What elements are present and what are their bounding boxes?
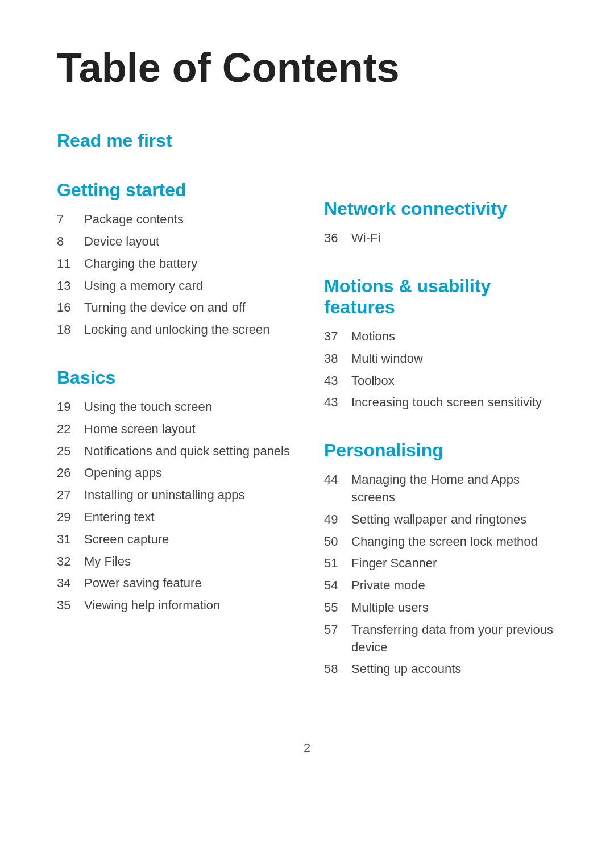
toc-item-text: Increasing touch screen sensitivity [351, 394, 542, 412]
toc-page-number: 54 [324, 577, 351, 595]
toc-item: 27Installing or uninstalling apps [57, 487, 290, 504]
toc-item-text: Charging the battery [84, 255, 197, 273]
toc-page-number: 38 [324, 350, 351, 368]
toc-page-number: 16 [57, 299, 84, 317]
toc-item-text: Turning the device on and off [84, 299, 246, 317]
toc-item-text: Finger Scanner [351, 555, 437, 572]
toc-page-number: 19 [57, 398, 84, 416]
section-title-network-connectivity: Network connectivity [324, 198, 557, 219]
toc-page-number: 13 [57, 277, 84, 295]
toc-item: 34Power saving feature [57, 575, 290, 592]
toc-item-text: Setting wallpaper and ringtones [351, 511, 526, 529]
toc-item: 51Finger Scanner [324, 555, 557, 572]
toc-item-text: Home screen layout [84, 421, 196, 438]
toc-item: 43Increasing touch screen sensitivity [324, 394, 557, 412]
toc-item: 7Package contents [57, 211, 290, 229]
toc-item-text: Viewing help information [84, 597, 220, 614]
toc-item-text: Toolbox [351, 372, 395, 390]
section-motions-usability: Motions & usability features37Motions38M… [324, 276, 557, 412]
toc-list-network-connectivity: 36Wi-Fi [324, 230, 557, 247]
toc-page-number: 29 [57, 509, 84, 526]
toc-item-text: My Files [84, 553, 131, 571]
toc-list-motions-usability: 37Motions38Multi window43Toolbox43Increa… [324, 328, 557, 412]
toc-item: 22Home screen layout [57, 421, 290, 438]
toc-item: 58Setting up accounts [324, 661, 557, 678]
toc-page-number: 49 [324, 511, 351, 529]
toc-page-number: 11 [57, 255, 84, 273]
toc-page-number: 57 [324, 621, 351, 639]
section-getting-started: Getting started7Package contents8Device … [57, 180, 290, 339]
toc-item-text: Using the touch screen [84, 398, 212, 416]
toc-item: 31Screen capture [57, 531, 290, 549]
toc-item-text: Notifications and quick setting panels [84, 443, 290, 460]
toc-item: 26Opening apps [57, 464, 290, 482]
toc-item: 25Notifications and quick setting panels [57, 443, 290, 460]
toc-item: 8Device layout [57, 233, 290, 251]
toc-list-personalising: 44Managing the Home and Apps screens49Se… [324, 471, 557, 678]
toc-item-text: Setting up accounts [351, 661, 461, 678]
toc-item-text: Opening apps [84, 464, 162, 482]
toc-page-number: 51 [324, 555, 351, 572]
toc-item-text: Changing the screen lock method [351, 533, 538, 551]
content-columns: Read me firstGetting started7Package con… [57, 130, 557, 707]
toc-item: 43Toolbox [324, 372, 557, 390]
toc-item-text: Locking and unlocking the screen [84, 321, 270, 339]
toc-page-number: 31 [57, 531, 84, 549]
toc-page-number: 43 [324, 394, 351, 412]
toc-page-number: 55 [324, 599, 351, 617]
toc-page-number: 22 [57, 421, 84, 438]
toc-item-text: Package contents [84, 211, 184, 229]
toc-item-text: Using a memory card [84, 277, 203, 295]
toc-page-number: 43 [324, 372, 351, 390]
toc-item: 11Charging the battery [57, 255, 290, 273]
section-title-motions-usability: Motions & usability features [324, 276, 557, 318]
toc-item: 55Multiple users [324, 599, 557, 617]
section-title-getting-started: Getting started [57, 180, 290, 201]
toc-item-text: Installing or uninstalling apps [84, 487, 245, 504]
toc-list-basics: 19Using the touch screen22Home screen la… [57, 398, 290, 614]
toc-item-text: Entering text [84, 509, 155, 526]
toc-list-getting-started: 7Package contents8Device layout11Chargin… [57, 211, 290, 339]
toc-item: 36Wi-Fi [324, 230, 557, 247]
toc-item: 50Changing the screen lock method [324, 533, 557, 551]
toc-item: 37Motions [324, 328, 557, 346]
toc-item: 44Managing the Home and Apps screens [324, 471, 557, 506]
toc-page-number: 32 [57, 553, 84, 571]
page-title: Table of Contents [57, 45, 557, 90]
toc-page-number: 44 [324, 471, 351, 489]
toc-item-text: Private mode [351, 577, 425, 595]
toc-page-number: 35 [57, 597, 84, 614]
section-title-read-me-first: Read me first [57, 130, 290, 151]
section-title-personalising: Personalising [324, 440, 557, 461]
toc-item-text: Power saving feature [84, 575, 202, 592]
section-personalising: Personalising44Managing the Home and App… [324, 440, 557, 678]
toc-item: 18Locking and unlocking the screen [57, 321, 290, 339]
toc-item-text: Managing the Home and Apps screens [351, 471, 557, 506]
toc-item: 29Entering text [57, 509, 290, 526]
toc-item: 38Multi window [324, 350, 557, 368]
toc-item: 13Using a memory card [57, 277, 290, 295]
toc-page-number: 18 [57, 321, 84, 339]
toc-page-number: 25 [57, 443, 84, 460]
toc-item: 57Transferring data from your previous d… [324, 621, 557, 657]
right-column: Network connectivity36Wi-FiMotions & usa… [324, 130, 557, 707]
toc-page-number: 37 [324, 328, 351, 346]
section-network-connectivity: Network connectivity36Wi-Fi [324, 198, 557, 247]
toc-page-number: 26 [57, 464, 84, 482]
toc-item-text: Device layout [84, 233, 159, 251]
toc-item: 16Turning the device on and off [57, 299, 290, 317]
toc-page-number: 36 [324, 230, 351, 247]
toc-page-number: 7 [57, 211, 84, 229]
toc-page-number: 58 [324, 661, 351, 678]
toc-item: 49Setting wallpaper and ringtones [324, 511, 557, 529]
toc-page-number: 8 [57, 233, 84, 251]
toc-item-text: Screen capture [84, 531, 169, 549]
toc-item: 19Using the touch screen [57, 398, 290, 416]
section-basics: Basics19Using the touch screen22Home scr… [57, 367, 290, 614]
toc-item-text: Motions [351, 328, 395, 346]
toc-item: 35Viewing help information [57, 597, 290, 614]
section-read-me-first: Read me first [57, 130, 290, 151]
left-column: Read me firstGetting started7Package con… [57, 130, 290, 707]
toc-item-text: Wi-Fi [351, 230, 380, 247]
toc-item: 32My Files [57, 553, 290, 571]
